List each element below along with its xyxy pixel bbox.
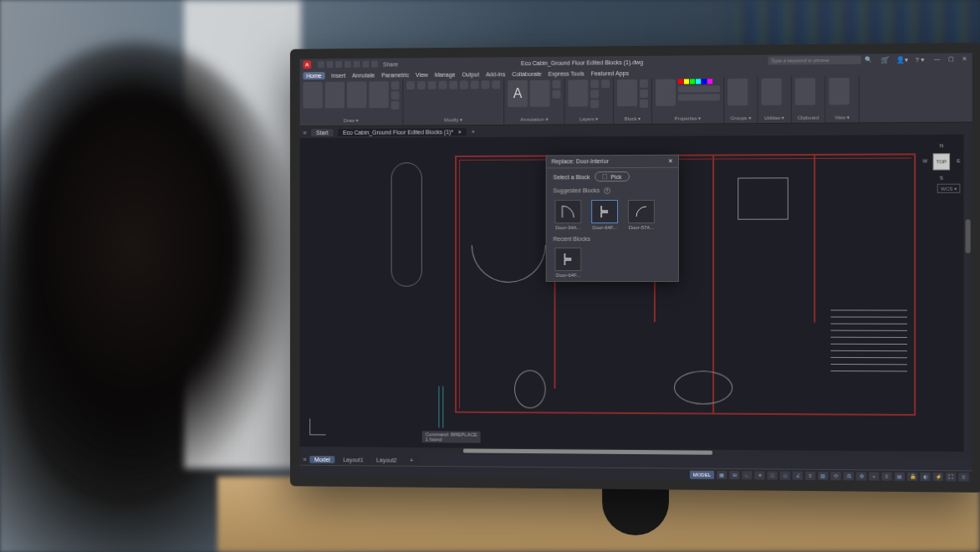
status-3dosnap-icon[interactable]: ◇ <box>780 471 790 479</box>
tab-collaborate[interactable]: Collaborate <box>512 70 541 76</box>
user-icon[interactable]: 👤▾ <box>896 56 908 64</box>
info-icon[interactable]: ? <box>604 187 610 194</box>
insert-block-tool[interactable] <box>617 79 637 106</box>
layer-match-icon[interactable] <box>601 79 610 88</box>
circle-tool[interactable] <box>347 81 366 108</box>
app-icon[interactable]: A <box>303 60 311 69</box>
file-tab-close-icon[interactable]: × <box>458 129 462 135</box>
help-search-input[interactable]: Type a keyword or phrase <box>768 56 861 65</box>
tab-insert[interactable]: Insert <box>331 72 345 78</box>
status-grid-icon[interactable]: ▦ <box>717 470 727 478</box>
hatch-tool[interactable] <box>391 101 400 110</box>
status-ortho-icon[interactable]: ∟ <box>742 471 752 479</box>
viewcube-south[interactable]: S <box>940 176 943 181</box>
qat-new-icon[interactable] <box>318 61 324 68</box>
status-units-icon[interactable]: ≡ <box>881 472 891 480</box>
tab-featured[interactable]: Featured Apps <box>591 70 629 76</box>
match-properties-tool[interactable] <box>656 79 676 106</box>
rotate-tool[interactable] <box>417 81 426 89</box>
edit-attr-icon[interactable] <box>640 100 648 108</box>
edit-block-icon[interactable] <box>640 89 648 98</box>
status-annoscale-icon[interactable]: ⚖ <box>844 472 854 480</box>
array-tool[interactable] <box>492 80 500 89</box>
share-button[interactable]: Share <box>383 61 398 67</box>
status-transparency-icon[interactable]: ▧ <box>818 471 828 479</box>
arc-tool[interactable] <box>369 81 388 108</box>
tab-home[interactable]: Home <box>303 72 324 79</box>
tab-manage[interactable]: Manage <box>435 71 456 77</box>
status-cleanscreen-icon[interactable]: ⛶ <box>946 473 956 481</box>
layer-off-icon[interactable] <box>590 79 599 88</box>
qat-save-icon[interactable] <box>335 61 342 68</box>
status-snap-icon[interactable]: ⊞ <box>729 470 739 478</box>
layout-model-tab[interactable]: Model <box>309 455 334 463</box>
view-base-tool[interactable] <box>829 78 849 105</box>
tab-parametric[interactable]: Parametric <box>381 72 409 78</box>
minimize-button[interactable]: — <box>933 56 942 63</box>
menu-icon[interactable]: ≡ <box>303 130 306 135</box>
status-osnap-icon[interactable]: □ <box>768 471 778 479</box>
viewcube[interactable]: N S E W TOP <box>922 143 960 181</box>
hscroll-thumb[interactable] <box>463 448 712 454</box>
layout1-tab[interactable]: Layout1 <box>338 456 368 463</box>
tab-output[interactable]: Output <box>462 71 479 77</box>
dialog-close-icon[interactable]: ✕ <box>668 158 673 165</box>
new-tab-button[interactable]: + <box>472 129 475 135</box>
viewcube-top-face[interactable]: TOP <box>933 153 950 170</box>
text-tool[interactable]: A <box>508 80 528 107</box>
group-tool[interactable] <box>727 79 748 105</box>
wcs-dropdown[interactable]: WCS ▾ <box>937 184 960 193</box>
status-otrack-icon[interactable]: ∠ <box>793 471 803 479</box>
maximize-button[interactable]: ▢ <box>947 56 955 63</box>
drawing-canvas[interactable]: N S E W TOP WCS ▾ Replace: Door-Interior… <box>300 135 972 458</box>
layer-lock-icon[interactable] <box>590 100 599 108</box>
block-item-2[interactable]: Door-64F... <box>590 200 620 230</box>
status-cycling-icon[interactable]: ⟳ <box>830 472 840 480</box>
paste-tool[interactable] <box>795 78 815 105</box>
trim-tool[interactable] <box>428 81 436 89</box>
status-workspace-icon[interactable]: ⚙ <box>856 472 866 480</box>
tab-addins[interactable]: Add-ins <box>486 71 505 77</box>
scale-tool[interactable] <box>482 80 490 89</box>
color-swatch[interactable] <box>678 79 720 84</box>
layer-freeze-icon[interactable] <box>590 89 599 98</box>
table-tool[interactable] <box>553 90 561 99</box>
status-lineweight-icon[interactable]: ≡ <box>805 471 815 479</box>
tab-express[interactable]: Express Tools <box>549 70 584 76</box>
dimension-tool[interactable] <box>530 80 550 107</box>
qat-saveas-icon[interactable] <box>345 61 351 68</box>
search-icon[interactable]: 🔍 <box>865 56 872 63</box>
layout-menu-icon[interactable]: ≡ <box>303 456 306 462</box>
tab-annotate[interactable]: Annotate <box>352 72 375 78</box>
qat-redo-icon[interactable] <box>371 61 378 68</box>
status-isolate-icon[interactable]: ◐ <box>920 472 930 480</box>
recent-block-item-1[interactable]: Door-64F... <box>554 248 584 278</box>
bylayer-dropdown[interactable] <box>678 85 720 92</box>
leader-tool[interactable] <box>553 80 561 89</box>
tab-current-file[interactable]: Eco Cabin_Ground Floor Edited Blocks (1)… <box>338 128 467 136</box>
tab-start[interactable]: Start <box>311 129 333 136</box>
ellipse-tool[interactable] <box>391 91 400 100</box>
pick-button[interactable]: ⬚ Pick <box>595 171 630 181</box>
qat-open-icon[interactable] <box>327 61 334 68</box>
help-icon[interactable]: ? ▾ <box>915 55 924 63</box>
layer-properties-tool[interactable] <box>568 79 588 106</box>
vertical-scrollbar[interactable] <box>963 135 972 458</box>
rect-tool[interactable] <box>391 81 400 89</box>
lineweight-dropdown[interactable] <box>678 94 720 100</box>
status-hardware-icon[interactable]: ⚡ <box>933 473 943 481</box>
polyline-tool[interactable] <box>325 82 345 109</box>
copy-tool[interactable] <box>438 81 447 89</box>
block-item-3[interactable]: Door-57A... <box>626 200 656 230</box>
stretch-tool[interactable] <box>471 80 479 89</box>
layout-add-tab[interactable]: + <box>405 456 418 463</box>
measure-tool[interactable] <box>761 79 781 105</box>
line-tool[interactable] <box>303 82 322 109</box>
ucs-icon[interactable] <box>306 414 330 439</box>
qat-plot-icon[interactable] <box>354 61 360 68</box>
tab-view[interactable]: View <box>416 72 428 78</box>
create-block-icon[interactable] <box>640 79 648 88</box>
cart-icon[interactable]: 🛒 <box>881 56 890 64</box>
status-quickprops-icon[interactable]: ▤ <box>895 472 905 480</box>
status-polar-icon[interactable]: ✶ <box>754 471 764 479</box>
